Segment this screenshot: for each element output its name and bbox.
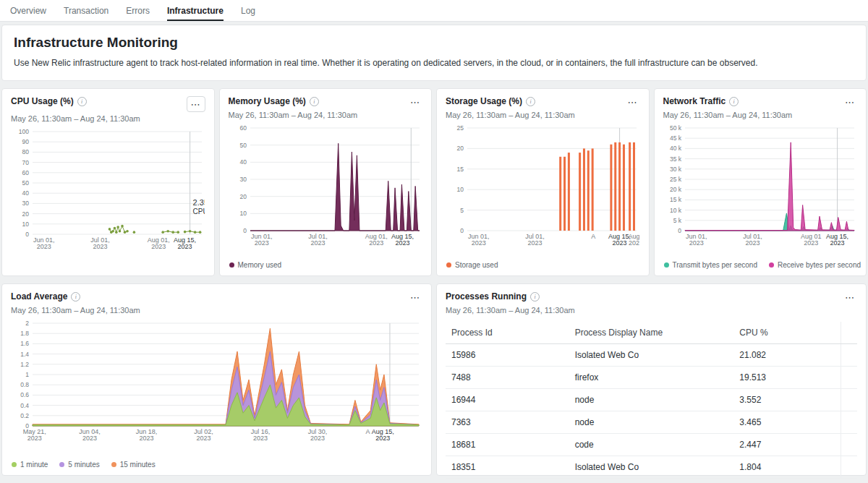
column-header[interactable]: Process Display Name: [569, 322, 734, 344]
svg-text:2023: 2023: [369, 239, 383, 247]
chart-legend: Memory used: [229, 261, 282, 269]
card-menu-button[interactable]: ⋯: [408, 291, 422, 304]
cpu-usage-chart[interactable]: 0102030405060708090100Jun 01,2023Jul 01,…: [11, 126, 205, 255]
legend-dot: [59, 462, 64, 467]
table-cell: 3.552: [733, 389, 841, 411]
svg-text:1: 1: [25, 371, 29, 378]
tab-log[interactable]: Log: [241, 0, 255, 21]
network-traffic-card: Network Traffic i ⋯ May 26, 11:30am – Au…: [654, 88, 867, 276]
network-traffic-chart[interactable]: 05 k10 k15 k20 k25 k30 k35 k40 k45 k50 k…: [663, 122, 857, 251]
legend-dot: [769, 262, 774, 268]
info-icon[interactable]: i: [526, 97, 535, 106]
time-range: May 26, 11:30am – Aug 24, 11:30am: [229, 111, 423, 119]
processes-table: Process IdProcess Display NameCPU % 1598…: [446, 322, 857, 479]
svg-text:50 k: 50 k: [669, 124, 681, 132]
card-menu-button[interactable]: ⋯: [626, 96, 640, 108]
svg-text:2: 2: [25, 320, 29, 327]
svg-text:25 k: 25 k: [669, 176, 681, 183]
svg-text:2023: 2023: [613, 239, 627, 247]
svg-text:40: 40: [239, 158, 247, 166]
info-icon[interactable]: i: [729, 97, 739, 106]
svg-text:10: 10: [239, 210, 247, 217]
svg-text:2023: 2023: [178, 243, 192, 250]
time-range: May 26, 11:30am – Aug 24, 11:30am: [663, 111, 858, 119]
svg-text:2023: 2023: [254, 239, 268, 247]
legend-item[interactable]: Memory used: [229, 261, 282, 269]
table-cell: 18351: [446, 456, 569, 479]
card-menu-button[interactable]: ⋯: [187, 96, 205, 112]
svg-text:2023: 2023: [804, 239, 818, 247]
card-menu-button[interactable]: ⋯: [843, 291, 857, 304]
svg-text:0: 0: [678, 227, 681, 234]
table-cell: 18681: [446, 434, 569, 456]
card-menu-button[interactable]: ⋯: [408, 96, 422, 108]
tab-bar: Overview Transaction Errors Infrastructu…: [0, 0, 868, 22]
truncated-cell: [841, 411, 857, 434]
svg-text:5 k: 5 k: [673, 217, 681, 224]
info-icon[interactable]: i: [71, 292, 80, 302]
info-icon[interactable]: i: [77, 97, 87, 106]
info-icon[interactable]: i: [310, 97, 319, 106]
legend-dot: [12, 462, 17, 467]
svg-text:100: 100: [19, 128, 29, 135]
table-cell: 3.465: [733, 411, 841, 434]
svg-text:50: 50: [239, 142, 247, 149]
page: Infrastructure Monitoring Use New Relic …: [0, 22, 868, 479]
info-icon[interactable]: i: [530, 292, 540, 302]
processes-running-card: Processes Running i ⋯ May 26, 11:30am – …: [436, 283, 867, 476]
table-header-row: Process IdProcess Display NameCPU %: [446, 322, 857, 344]
svg-text:90: 90: [22, 138, 30, 145]
svg-text:0.4: 0.4: [20, 402, 29, 409]
legend-dot: [229, 262, 234, 268]
svg-text:2.35: 2.35: [193, 198, 205, 207]
truncated-cell: [841, 344, 857, 367]
load-average-chart[interactable]: 00.20.40.60.811.21.41.61.82May 21,2023Ju…: [11, 317, 422, 446]
svg-text:2023: 2023: [310, 435, 325, 442]
storage-usage-chart[interactable]: 0510152025Jun 01,2023Jul 01,2023AAug 15,…: [446, 122, 639, 251]
svg-text:45 k: 45 k: [669, 134, 681, 142]
table-cell: Isolated Web Co: [569, 344, 734, 367]
column-header[interactable]: CPU %: [733, 322, 841, 344]
bottom-row: Load Average i ⋯ May 26, 11:30am – Aug 2…: [1, 283, 867, 476]
tab-overview[interactable]: Overview: [10, 0, 46, 21]
truncated-cell: [841, 389, 857, 411]
table-cell: node: [569, 389, 734, 411]
legend-item[interactable]: 5 minutes: [59, 461, 99, 469]
truncated-cell: [841, 434, 857, 456]
legend-item[interactable]: Receive bytes per second: [769, 261, 861, 269]
table-cell: 16944: [446, 389, 569, 411]
legend-item[interactable]: 15 minutes: [111, 461, 156, 469]
storage-card-title: Storage Usage (%): [446, 96, 522, 106]
page-description: Use New Relic infrastructure agent to tr…: [14, 58, 854, 68]
load-card-title: Load Average: [11, 291, 67, 302]
legend-item[interactable]: 1 minute: [12, 461, 48, 469]
svg-text:2023: 2023: [151, 243, 166, 250]
svg-text:202: 202: [629, 239, 639, 247]
svg-text:A: A: [591, 233, 595, 240]
svg-text:2023: 2023: [27, 435, 42, 442]
svg-text:2023: 2023: [37, 243, 51, 250]
svg-text:1.6: 1.6: [20, 340, 29, 347]
tab-errors[interactable]: Errors: [126, 0, 150, 21]
memory-usage-chart[interactable]: 0102030405060Jun 01,2023Jul 01,2023Aug 0…: [229, 122, 422, 251]
svg-text:2023: 2023: [82, 435, 97, 442]
svg-text:60: 60: [239, 124, 247, 132]
svg-text:1.8: 1.8: [20, 330, 29, 337]
legend-item[interactable]: Transmit bytes per second: [664, 261, 757, 269]
load-average-card: Load Average i ⋯ May 26, 11:30am – Aug 2…: [1, 283, 432, 476]
legend-item[interactable]: Storage used: [446, 261, 498, 269]
truncated-cell: [841, 367, 857, 389]
chart-legend: Transmit bytes per secondReceive bytes p…: [664, 261, 861, 269]
svg-text:40: 40: [22, 189, 30, 197]
tab-infrastructure[interactable]: Infrastructure: [167, 0, 224, 21]
svg-text:20: 20: [239, 193, 247, 200]
column-header[interactable]: Process Id: [446, 322, 569, 344]
svg-text:30: 30: [22, 200, 30, 207]
table-cell: 1.804: [733, 456, 841, 479]
svg-text:0.6: 0.6: [20, 391, 29, 398]
svg-text:20: 20: [457, 145, 464, 152]
svg-text:60: 60: [22, 169, 30, 176]
card-menu-button[interactable]: ⋯: [843, 96, 857, 108]
svg-text:2023: 2023: [395, 239, 409, 247]
tab-transaction[interactable]: Transaction: [64, 0, 109, 21]
